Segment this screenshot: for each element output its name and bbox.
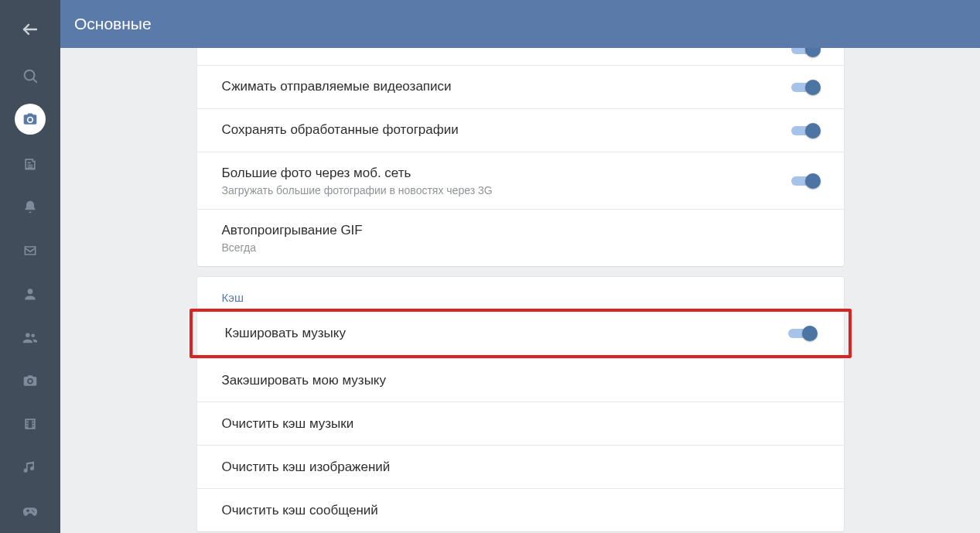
setting-title: Сжимать отправляемые видеозаписи (222, 78, 791, 95)
sidebar-item-news[interactable] (12, 145, 49, 183)
setting-row-compress-video[interactable]: Сжимать отправляемые видеозаписи (197, 65, 844, 108)
film-icon (22, 416, 38, 432)
toggle-big-photos[interactable] (791, 173, 819, 189)
settings-group-media: Сжимать отправляемые видеозаписи Сохраня… (197, 48, 844, 266)
setting-row-clear-image-cache[interactable]: Очистить кэш изображений (197, 445, 844, 488)
page-title: Основные (74, 15, 152, 33)
gamepad-icon (22, 502, 39, 519)
setting-title: Большие фото через моб. сеть (222, 165, 791, 182)
page-header: Основные (60, 0, 980, 48)
setting-row-save-photos[interactable]: Сохранять обработанные фотографии (197, 108, 844, 152)
toggle-save-photos[interactable] (791, 123, 819, 138)
svg-point-5 (31, 333, 35, 337)
sidebar-item-camera[interactable] (15, 104, 46, 135)
setting-title: Очистить кэш музыки (222, 415, 819, 432)
music-icon (22, 460, 38, 475)
toggle-compress-video[interactable] (791, 80, 819, 95)
setting-title: Сохранять обработанные фотографии (222, 121, 791, 138)
svg-point-3 (28, 289, 33, 294)
photo-camera-icon (22, 373, 38, 388)
camera-icon (22, 111, 38, 127)
setting-row-big-photos-mobile[interactable]: Большие фото через моб. сеть Загружать б… (197, 152, 844, 209)
toggle-partial[interactable] (791, 48, 819, 57)
back-arrow-icon (21, 20, 39, 39)
settings-group-cache: Кэш Кэшировать музыку Закэшировать мою м… (197, 277, 844, 531)
settings-column: Сжимать отправляемые видеозаписи Сохраня… (197, 48, 844, 518)
sidebar-item-messages[interactable] (12, 232, 49, 269)
sidebar-item-music[interactable] (12, 449, 49, 486)
setting-title: Закэшировать мою музыку (222, 372, 819, 389)
svg-point-4 (26, 333, 30, 338)
sidebar-item-photos[interactable] (12, 362, 49, 399)
setting-row-clear-music-cache[interactable]: Очистить кэш музыки (197, 401, 844, 445)
setting-title: Кэшировать музыку (225, 325, 788, 342)
setting-row-cache-music[interactable]: Кэшировать музыку (193, 312, 849, 355)
app-root: Основные Сжимать отправляемые видеозапис… (0, 0, 980, 533)
content-scroll[interactable]: Сжимать отправляемые видеозаписи Сохраня… (60, 48, 980, 533)
mail-icon (22, 243, 38, 258)
setting-row-partial[interactable] (197, 48, 844, 65)
setting-title: Очистить кэш сообщений (222, 502, 819, 519)
main: Основные Сжимать отправляемые видеозапис… (60, 0, 980, 533)
setting-subtitle: Загружать большие фотографии в новостях … (222, 184, 791, 196)
setting-title: Очистить кэш изображений (222, 459, 819, 476)
highlight-cache-music: Кэшировать музыку (190, 309, 852, 358)
sidebar-item-search[interactable] (12, 57, 49, 94)
sidebar (0, 0, 60, 533)
search-icon (22, 67, 39, 84)
sidebar-item-notifications[interactable] (12, 189, 49, 226)
sidebar-item-video[interactable] (12, 405, 49, 442)
toggle-cache-music[interactable] (788, 326, 816, 341)
setting-row-cache-my-music[interactable]: Закэшировать мою музыку (197, 358, 844, 401)
setting-row-clear-message-cache[interactable]: Очистить кэш сообщений (197, 488, 844, 531)
back-button[interactable] (12, 11, 49, 48)
setting-title: Автопроигрывание GIF (222, 222, 819, 239)
users-icon (22, 329, 39, 346)
svg-line-2 (33, 79, 36, 82)
user-icon (22, 286, 38, 302)
news-icon (22, 156, 38, 172)
setting-subtitle: Всегда (222, 241, 819, 254)
bell-icon (22, 200, 38, 215)
setting-row-gif-autoplay[interactable]: Автопроигрывание GIF Всегда (197, 209, 844, 266)
section-header-cache: Кэш (197, 277, 844, 309)
sidebar-item-games[interactable] (12, 492, 49, 529)
sidebar-item-groups[interactable] (12, 319, 49, 356)
sidebar-item-profile[interactable] (12, 275, 49, 313)
